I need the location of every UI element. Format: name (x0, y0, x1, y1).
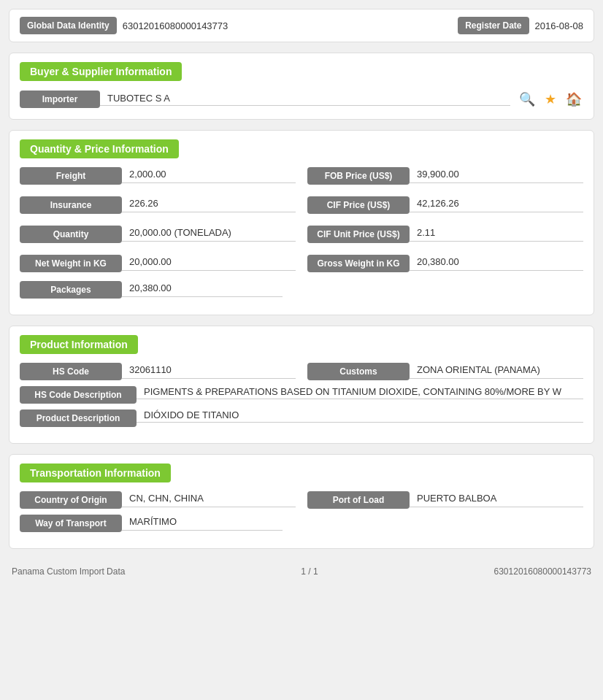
cif-price-label: CIF Price (US$) (307, 196, 410, 214)
way-of-transport-row: Way of Transport MARÍTIMO (20, 515, 583, 532)
importer-label: Importer (20, 91, 100, 108)
port-of-load-value: PUERTO BALBOA (410, 493, 583, 507)
product-info-grid: HS Code 32061110 Customs ZONA ORIENTAL (… (20, 363, 583, 386)
fob-price-value: 39,900.00 (410, 169, 583, 183)
product-description-value: DIÓXIDO DE TITANIO (137, 409, 583, 423)
hs-code-description-value: PIGMENTS & PREPARATIONS BASED ON TITANIU… (137, 386, 583, 399)
hs-code-description-row: HS Code Description PIGMENTS & PREPARATI… (20, 386, 583, 404)
top-info-card: Global Data Identity 6301201608000014377… (9, 9, 594, 42)
cif-price-value: 42,126.26 (410, 198, 583, 212)
importer-row: Importer TUBOTEC S A 🔍 ★ 🏠 (20, 90, 583, 109)
fob-price-label: FOB Price (US$) (307, 167, 410, 185)
transportation-header: Transportation Information (20, 464, 171, 482)
country-of-origin-value: CN, CHN, CHINA (122, 493, 296, 507)
product-description-row: Product Description DIÓXIDO DE TITANIO (20, 409, 583, 427)
freight-value: 2,000.00 (122, 169, 296, 183)
net-weight-value: 20,000.00 (122, 256, 296, 271)
customs-label: Customs (307, 363, 410, 380)
search-icon[interactable]: 🔍 (518, 90, 537, 109)
port-of-load-row: Port of Load PUERTO BALBOA (307, 491, 583, 509)
transportation-grid: Country of Origin CN, CHN, CHINA Port of… (20, 491, 583, 515)
cif-unit-price-row: CIF Unit Price (US$) 2.11 (307, 226, 583, 243)
cif-price-row: CIF Price (US$) 42,126.26 (307, 196, 583, 214)
transportation-card: Transportation Information Country of Or… (9, 454, 594, 549)
register-date-value: 2016-08-08 (529, 20, 584, 31)
insurance-row: Insurance 226.26 (20, 196, 296, 214)
global-data-identity-pair: Global Data Identity 6301201608000014377… (20, 17, 228, 34)
hs-code-value: 32061110 (122, 364, 296, 379)
importer-icons: 🔍 ★ 🏠 (518, 90, 583, 109)
port-of-load-label: Port of Load (307, 491, 410, 509)
freight-row: Freight 2,000.00 (20, 167, 296, 185)
packages-row: Packages 20,380.00 (20, 281, 583, 299)
gross-weight-label: Gross Weight in KG (307, 255, 410, 272)
global-data-identity-value: 63012016080000143773 (117, 20, 228, 31)
net-weight-label: Net Weight in KG (20, 255, 122, 272)
freight-label: Freight (20, 167, 122, 185)
quantity-price-header: Quantity & Price Information (20, 139, 179, 158)
quantity-label: Quantity (20, 226, 122, 243)
footer: Panama Custom Import Data 1 / 1 63012016… (9, 559, 594, 580)
product-info-header: Product Information (20, 335, 138, 354)
global-data-identity-label: Global Data Identity (20, 17, 117, 34)
quantity-value: 20,000.00 (TONELADA) (122, 227, 296, 242)
packages-value: 20,380.00 (122, 282, 283, 297)
net-weight-row: Net Weight in KG 20,000.00 (20, 255, 296, 272)
product-description-label: Product Description (20, 409, 137, 427)
register-date-label: Register Date (458, 17, 529, 34)
country-of-origin-row: Country of Origin CN, CHN, CHINA (20, 491, 296, 509)
home-icon[interactable]: 🏠 (564, 90, 583, 109)
quantity-price-grid: Freight 2,000.00 FOB Price (US$) 39,900.… (20, 167, 583, 278)
customs-value: ZONA ORIENTAL (PANAMA) (410, 364, 583, 379)
footer-left: Panama Custom Import Data (12, 566, 125, 577)
buyer-supplier-header: Buyer & Supplier Information (20, 62, 182, 81)
hs-code-label: HS Code (20, 363, 122, 380)
country-of-origin-label: Country of Origin (20, 491, 122, 509)
hs-code-row: HS Code 32061110 (20, 363, 296, 380)
insurance-value: 226.26 (122, 198, 296, 212)
gross-weight-value: 20,380.00 (410, 256, 583, 271)
insurance-label: Insurance (20, 196, 122, 214)
way-of-transport-value: MARÍTIMO (122, 516, 283, 531)
buyer-supplier-card: Buyer & Supplier Information Importer TU… (9, 53, 594, 120)
hs-code-description-label: HS Code Description (20, 386, 137, 404)
footer-right: 63012016080000143773 (494, 566, 591, 577)
cif-unit-price-label: CIF Unit Price (US$) (307, 226, 410, 243)
product-info-card: Product Information HS Code 32061110 Cus… (9, 326, 594, 444)
gross-weight-row: Gross Weight in KG 20,380.00 (307, 255, 583, 272)
cif-unit-price-value: 2.11 (410, 227, 583, 242)
importer-value: TUBOTEC S A (100, 93, 510, 106)
quantity-price-card: Quantity & Price Information Freight 2,0… (9, 130, 594, 315)
packages-label: Packages (20, 281, 122, 299)
way-of-transport-label: Way of Transport (20, 515, 122, 532)
star-icon[interactable]: ★ (541, 90, 560, 109)
register-date-pair: Register Date 2016-08-08 (458, 17, 583, 34)
footer-center: 1 / 1 (301, 566, 318, 577)
customs-row: Customs ZONA ORIENTAL (PANAMA) (307, 363, 583, 380)
quantity-row: Quantity 20,000.00 (TONELADA) (20, 226, 296, 243)
fob-price-row: FOB Price (US$) 39,900.00 (307, 167, 583, 185)
